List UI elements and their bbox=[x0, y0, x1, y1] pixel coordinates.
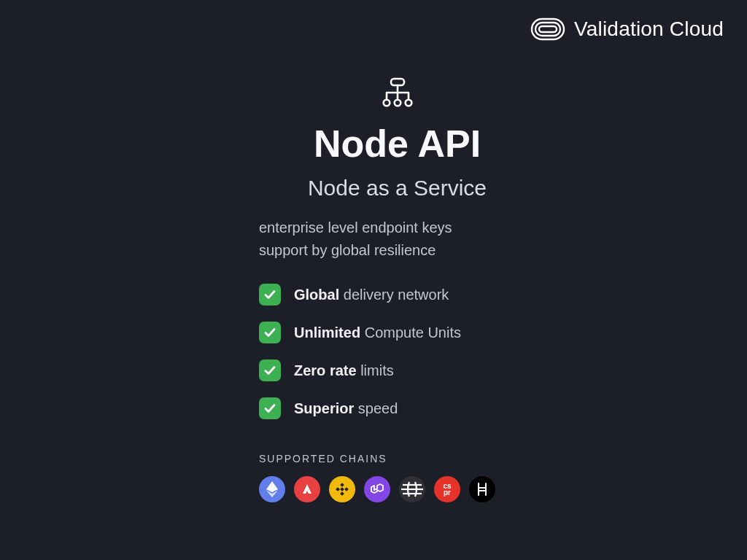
brand: Validation Cloud bbox=[530, 18, 724, 41]
brand-name: Validation Cloud bbox=[574, 18, 724, 41]
page-subtitle: Node as a Service bbox=[308, 176, 487, 201]
check-icon bbox=[259, 359, 281, 381]
svg-rect-3 bbox=[391, 79, 404, 85]
description: enterprise level endpoint keys support b… bbox=[259, 217, 452, 262]
check-icon bbox=[259, 397, 281, 419]
svg-rect-8 bbox=[340, 491, 344, 496]
check-icon bbox=[259, 322, 281, 343]
svg-point-5 bbox=[394, 100, 400, 106]
feature-item: Unlimited Compute Units bbox=[259, 322, 461, 343]
svg-rect-2 bbox=[539, 26, 557, 32]
feature-list: Global delivery network Unlimited Comput… bbox=[259, 284, 461, 435]
feature-item: Global delivery network bbox=[259, 284, 461, 306]
bnb-chain-icon bbox=[329, 476, 355, 502]
ethereum-chain-icon bbox=[259, 476, 285, 502]
feature-item: Superior speed bbox=[259, 397, 461, 419]
svg-point-4 bbox=[383, 100, 390, 106]
description-line: enterprise level endpoint keys bbox=[259, 217, 452, 239]
feature-item: Zero rate limits bbox=[259, 359, 461, 381]
polygon-chain-icon bbox=[364, 476, 390, 502]
svg-rect-7 bbox=[340, 483, 344, 487]
content-block: Node API Node as a Service enterprise le… bbox=[259, 77, 495, 502]
chains-label: SUPPORTED CHAINS bbox=[259, 453, 387, 464]
avalanche-chain-icon bbox=[294, 476, 320, 502]
check-icon bbox=[259, 284, 281, 306]
near-chain-icon bbox=[399, 476, 425, 502]
page-title: Node API bbox=[314, 122, 481, 166]
chains-row: cspr bbox=[259, 476, 495, 502]
feature-text: Superior speed bbox=[294, 400, 398, 417]
node-api-icon bbox=[381, 77, 414, 113]
svg-rect-11 bbox=[340, 487, 344, 491]
casper-chain-icon: cspr bbox=[434, 476, 460, 502]
hedera-chain-icon bbox=[469, 476, 495, 502]
brand-logo-icon bbox=[530, 18, 565, 41]
feature-text: Unlimited Compute Units bbox=[294, 324, 461, 341]
description-line: support by global resilience bbox=[259, 239, 452, 262]
svg-point-6 bbox=[405, 100, 411, 106]
svg-rect-9 bbox=[336, 487, 340, 491]
feature-text: Global delivery network bbox=[294, 287, 449, 303]
svg-rect-10 bbox=[344, 487, 349, 491]
feature-text: Zero rate limits bbox=[294, 362, 394, 379]
